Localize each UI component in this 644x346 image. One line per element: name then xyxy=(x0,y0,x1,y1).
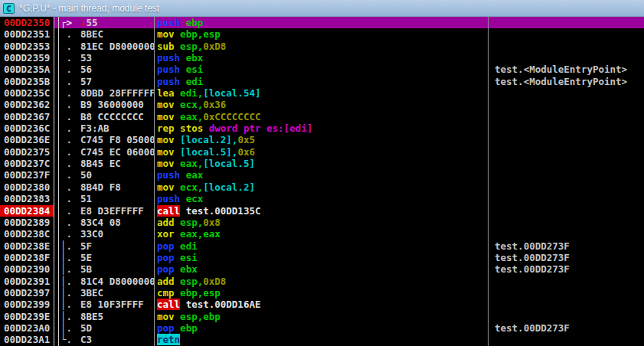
instruction[interactable]: add esp,0xD8 xyxy=(154,276,488,287)
comment-cell xyxy=(488,228,644,240)
disasm-row[interactable]: 00DD2353 . 81EC D8000000 sub esp,0xD8 xyxy=(0,41,644,52)
address-cell[interactable]: 00DD238F xyxy=(0,252,54,263)
disasm-row[interactable]: 00DD235C . 8DBD 28FFFFFF lea edi,[local.… xyxy=(0,87,644,99)
instruction-part: edi, xyxy=(180,87,203,99)
instruction-part: [local.54] xyxy=(203,87,260,99)
instruction[interactable]: lea edi,[local.54] xyxy=(154,87,488,99)
instruction-part: mov xyxy=(157,28,180,40)
disasm-row[interactable]: 00DD2367 . B8 CCCCCCCC mov eax,0xCCCCCCC… xyxy=(0,111,644,122)
disasm-row[interactable]: 00DD23A1 └. C3 retn xyxy=(0,334,644,345)
disasm-row[interactable]: 00DD2380 . 8B4D F8 mov ecx,[local.2] xyxy=(0,181,644,193)
disasm-row[interactable]: 00DD2359 . 53 push ebx xyxy=(0,52,644,64)
address-cell[interactable]: 00DD237F xyxy=(0,169,54,181)
disasm-row[interactable]: 00DD2351 . 8BEC mov ebp,esp xyxy=(0,28,644,40)
address-cell[interactable]: 00DD2367 xyxy=(0,111,54,122)
column-separator xyxy=(54,111,59,122)
instruction[interactable]: pop edi xyxy=(154,240,488,252)
address-cell[interactable]: 00DD235B xyxy=(0,76,54,87)
instruction[interactable]: retn xyxy=(154,334,488,345)
instruction[interactable]: push ebx xyxy=(154,52,488,64)
instruction[interactable]: pop ebp xyxy=(154,322,488,334)
instruction[interactable]: xor eax,eax xyxy=(154,228,488,240)
address-cell[interactable]: 00DD236E xyxy=(0,134,54,145)
address-cell[interactable]: 00DD239E xyxy=(0,311,54,322)
instruction-part: 0x8 xyxy=(203,217,221,228)
instruction[interactable]: mov [local.2],0x5 xyxy=(154,134,488,145)
instruction[interactable]: mov ecx,[local.2] xyxy=(154,181,488,193)
instruction[interactable]: push ecx xyxy=(154,193,488,204)
address-cell[interactable]: 00DD235C xyxy=(0,87,54,99)
address-cell[interactable]: 00DD2353 xyxy=(0,41,54,52)
disasm-row[interactable]: 00DD2389 . 83C4 08 add esp,0x8 xyxy=(0,217,644,228)
instruction[interactable]: mov ecx,0x36 xyxy=(154,99,488,110)
instruction[interactable]: pop ebx xyxy=(154,263,488,275)
address-cell[interactable]: 00DD2390 xyxy=(0,263,54,275)
address-cell[interactable]: 00DD2399 xyxy=(0,299,54,310)
disassembly-pane[interactable]: 00DD2350 ┌> ↓55 push ebp 00DD2351 . 8BEC… xyxy=(0,17,644,346)
column-separator xyxy=(54,193,59,204)
disasm-row[interactable]: 00DD2350 ┌> ↓55 push ebp xyxy=(0,17,644,28)
instruction[interactable]: push esi xyxy=(154,64,488,75)
disasm-row[interactable]: 00DD2362 . B9 36000000 mov ecx,0x36 xyxy=(0,99,644,110)
address-cell[interactable]: 00DD236C xyxy=(0,122,54,134)
address-cell[interactable]: 00DD238E xyxy=(0,240,54,252)
address-cell[interactable]: 00DD2375 xyxy=(0,146,54,158)
bytes-text: B8 CCCCCCCC xyxy=(80,111,144,122)
instruction[interactable]: push eax xyxy=(154,169,488,181)
disasm-row[interactable]: 00DD2384 . E8 D3EFFFFF call test.00DD135… xyxy=(0,205,644,217)
disasm-row[interactable]: 00DD236C . F3:AB rep stos dword ptr es:[… xyxy=(0,122,644,134)
disasm-row[interactable]: 00DD2399 │. E8 10F3FFFF call test.00DD16… xyxy=(0,299,644,310)
disasm-row[interactable]: 00DD238C . 33C0 xor eax,eax xyxy=(0,228,644,240)
disasm-row[interactable]: 00DD238F │. 5E pop esi test.00DD273F xyxy=(0,252,644,263)
address-cell[interactable]: 00DD2391 xyxy=(0,276,54,287)
instruction[interactable]: mov eax,[local.5] xyxy=(154,158,488,169)
disasm-row[interactable]: 00DD2390 │. 5B pop ebx test.00DD273F xyxy=(0,263,644,275)
address-cell[interactable]: 00DD2389 xyxy=(0,217,54,228)
address-cell[interactable]: 00DD23A1 xyxy=(0,334,54,345)
address-cell[interactable]: 00DD2351 xyxy=(0,28,54,40)
instruction[interactable]: mov eax,0xCCCCCCCC xyxy=(154,111,488,122)
instruction[interactable]: call test.00DD135C xyxy=(154,205,488,217)
comment-cell xyxy=(488,334,644,345)
address-cell[interactable]: 00DD237C xyxy=(0,158,54,169)
disasm-row[interactable]: 00DD2375 . C745 EC 06000000 mov [local.5… xyxy=(0,146,644,158)
column-separator xyxy=(54,41,59,52)
disasm-row[interactable]: 00DD2391 │. 81C4 D8000000 add esp,0xD8 xyxy=(0,276,644,287)
disasm-row[interactable]: 00DD238E │. 5F pop edi test.00DD273F xyxy=(0,240,644,252)
address-cell[interactable]: 00DD23A0 xyxy=(0,322,54,334)
address-cell[interactable]: 00DD2383 xyxy=(0,193,54,204)
instruction[interactable]: mov ebp,esp xyxy=(154,28,488,40)
disasm-row[interactable]: 00DD237C . 8B45 EC mov eax,[local.5] xyxy=(0,158,644,169)
disasm-row[interactable]: 00DD2397 │. 3BEC cmp ebp,esp xyxy=(0,287,644,299)
instruction[interactable]: add esp,0x8 xyxy=(154,217,488,228)
address-cell[interactable]: 00DD238C xyxy=(0,228,54,240)
address-cell[interactable]: 00DD2384 xyxy=(0,205,54,217)
disasm-row[interactable]: 00DD235A . 56 push esi test.<ModuleEntry… xyxy=(0,64,644,75)
disasm-row[interactable]: 00DD23A0 │. 5D pop ebp test.00DD273F xyxy=(0,322,644,334)
disasm-row[interactable]: 00DD235B . 57 push edi test.<ModuleEntry… xyxy=(0,76,644,87)
address-cell[interactable]: 00DD2350 xyxy=(0,17,54,28)
instruction[interactable]: mov [local.5],0x6 xyxy=(154,146,488,158)
bytes-text: 33C0 xyxy=(80,228,103,240)
title-bar[interactable]: C *G.P.U* - main thread, module test xyxy=(0,0,644,17)
instruction[interactable]: push ebp xyxy=(154,17,488,28)
opcode-bytes: 5F xyxy=(80,240,154,252)
address-cell[interactable]: 00DD2359 xyxy=(0,52,54,64)
comment-cell: test.<ModuleEntryPoint> xyxy=(488,64,644,75)
instruction[interactable]: cmp ebp,esp xyxy=(154,287,488,299)
disasm-row[interactable]: 00DD237F . 50 push eax xyxy=(0,169,644,181)
disasm-row[interactable]: 00DD2383 . 51 push ecx xyxy=(0,193,644,204)
disasm-row[interactable]: 00DD239E │. 8BE5 mov esp,ebp xyxy=(0,311,644,322)
instruction-part: mov xyxy=(157,158,180,169)
instruction[interactable]: call test.00DD16AE xyxy=(154,299,488,310)
instruction[interactable]: pop esi xyxy=(154,252,488,263)
address-cell[interactable]: 00DD235A xyxy=(0,64,54,75)
address-cell[interactable]: 00DD2397 xyxy=(0,287,54,299)
instruction[interactable]: rep stos dword ptr es:[edi] xyxy=(154,122,488,134)
instruction[interactable]: push edi xyxy=(154,76,488,87)
address-cell[interactable]: 00DD2380 xyxy=(0,181,54,193)
address-cell[interactable]: 00DD2362 xyxy=(0,99,54,110)
disasm-row[interactable]: 00DD236E . C745 F8 05000000 mov [local.2… xyxy=(0,134,644,145)
instruction[interactable]: sub esp,0xD8 xyxy=(154,41,488,52)
instruction[interactable]: mov esp,ebp xyxy=(154,311,488,322)
